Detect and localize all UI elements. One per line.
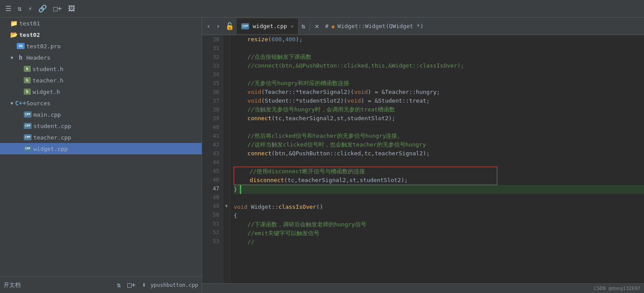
code-text: //当触发无参信号hungry时，会调用无参的treat槽函数	[234, 105, 395, 114]
link-icon[interactable]: 🔗	[36, 4, 49, 14]
h-file-icon: h	[24, 89, 31, 95]
code-text	[234, 149, 247, 158]
sidebar-item-widget-cpp[interactable]: CPP widget.cpp	[0, 143, 202, 154]
code-text: ()	[316, 203, 323, 211]
sidebar-item-teacher-cpp[interactable]: CPP teacher.cpp	[0, 132, 202, 143]
top-toolbar: ☰ ⇅ ⚡ 🔗 □+ 🖼	[0, 0, 644, 18]
code-line-37: void(Student::*studentSlot2)(void) = &St…	[234, 96, 644, 105]
fold-empty	[223, 114, 230, 123]
sidebar-item-label: test01	[19, 20, 40, 27]
line-num-38: 38	[202, 105, 219, 114]
sidebar-item-label: widget.h	[33, 89, 60, 95]
code-line-36: void(Teacher::*teacherSignal2)(void) = &…	[234, 88, 644, 96]
code-text: (tc,teacherSignal2,st,studentSlot2);	[284, 176, 408, 185]
filter-icon[interactable]: ⚡	[26, 4, 34, 14]
code-text: ,	[282, 35, 286, 44]
sort-icon-bottom[interactable]: ⇅	[115, 280, 123, 290]
cursor-indicator	[240, 185, 241, 194]
sidebar-item-main-cpp[interactable]: CPP main.cpp	[0, 109, 202, 120]
sidebar-item-student-cpp[interactable]: CPP student.cpp	[0, 120, 202, 132]
sidebar-item-label: teacher.h	[33, 77, 63, 84]
status-user: CSDN @dong132697	[594, 286, 640, 291]
sources-folder-icon: C++	[17, 100, 25, 107]
menu-icon[interactable]: ☰	[4, 4, 13, 14]
code-text: connect	[247, 114, 271, 123]
line-num-33: 33	[202, 61, 219, 70]
fold-empty	[223, 219, 230, 228]
line-num-32: 32	[202, 53, 219, 61]
code-line-50: {	[234, 211, 644, 220]
fold-empty	[223, 167, 230, 175]
code-text: void	[354, 88, 368, 96]
sidebar-item-teacher-h[interactable]: h teacher.h	[0, 75, 202, 86]
code-text: //无参信号hungry和对应的槽函数连接	[234, 79, 349, 88]
sidebar-item-widget-h[interactable]: h widget.h	[0, 86, 202, 97]
code-text: (Teacher::*teacherSignal2)(	[261, 88, 354, 96]
h-file-icon: h	[24, 66, 31, 72]
folder-open-icon: 📂	[10, 31, 18, 38]
line-num-45: 45	[202, 167, 219, 175]
sidebar-bottom-bar: 开文档 ⇅ □+ ⬇ ypushbutton.cpp	[0, 276, 202, 293]
sidebar-item-label: test02	[19, 32, 40, 38]
code-text: 600	[271, 35, 282, 44]
code-content[interactable]: resize(600,400); //点击按钮触发下课函数 //connect(…	[230, 35, 644, 283]
fold-empty	[223, 105, 230, 114]
line-num-41: 41	[202, 132, 219, 140]
sidebar-item-label: student.cpp	[33, 123, 71, 129]
code-text: //下课函数，调研后会触发老师的hungry信号	[234, 220, 366, 229]
code-text: //这样当触发clicked信号时，也会触发teacher的无参信号hungry	[234, 140, 426, 149]
sidebar-item-test01[interactable]: 📁 test01	[0, 18, 202, 29]
sidebar-item-test02[interactable]: 📂 test02	[0, 29, 202, 40]
code-line-33: //connect(btn,&QPushButton::clicked,this…	[234, 61, 644, 70]
code-text: void	[234, 203, 247, 211]
line-num-44: 44	[202, 158, 219, 167]
up-down-icon[interactable]: ⇅	[299, 20, 308, 32]
tab-widget-cpp[interactable]: CPP widget.cpp ✕	[237, 18, 299, 34]
fold-btn-49[interactable]: ▼	[223, 202, 230, 211]
fold-empty	[223, 61, 230, 70]
close-tab-icon[interactable]: ✕	[312, 20, 322, 32]
code-line-51: //下课函数，调研后会触发老师的hungry信号	[234, 220, 644, 229]
fold-empty	[223, 44, 230, 53]
code-editor[interactable]: 30 31 32 33 34 35 36 37 38 39 40 41 42 4…	[202, 35, 644, 283]
fold-area: ▼	[223, 35, 230, 283]
main-area: 📁 test01 📂 test02 QQ test02.pro ▼ h Head…	[0, 18, 644, 293]
fold-empty	[223, 211, 230, 219]
fold-empty	[223, 193, 230, 202]
cpp-file-icon: CPP	[24, 146, 32, 152]
image-icon[interactable]: 🖼	[66, 4, 77, 14]
code-line-48	[234, 194, 644, 203]
fold-empty	[223, 123, 230, 132]
code-text: (tc,teacherSignal2,st,studentSlot2);	[271, 114, 395, 123]
red-box-highlight: //使用disconnect断开信号与槽函数的连接 disconnect(tc,…	[234, 167, 497, 185]
lock-icon[interactable]: 🔓	[223, 20, 237, 32]
sidebar-item-test02pro[interactable]: QQ test02.pro	[0, 40, 202, 52]
sidebar-item-label: main.cpp	[33, 111, 61, 118]
fold-empty	[223, 228, 230, 237]
code-line-30: resize(600,400);	[234, 35, 644, 44]
sidebar-item-headers[interactable]: ▼ h Headers	[0, 52, 202, 63]
tab-next-button[interactable]: ›	[213, 20, 223, 32]
sidebar-item-student-h[interactable]: h student.h	[0, 63, 202, 75]
code-text: {	[234, 211, 237, 220]
breadcrumb-function: Widget::Widget(QWidget *)	[337, 23, 423, 29]
add-file-icon[interactable]: □+	[51, 4, 63, 14]
tab-prev-button[interactable]: ‹	[204, 20, 213, 32]
tab-label: widget.cpp	[253, 23, 287, 29]
add-file-bottom-icon[interactable]: □+	[126, 280, 137, 290]
code-text: connect	[247, 149, 271, 158]
download-icon[interactable]: ⬇	[140, 280, 148, 290]
code-line-49: void Widget::classIsOver()	[234, 203, 644, 211]
code-text: void	[347, 96, 361, 105]
line-num-31: 31	[202, 44, 219, 53]
line-num-39: 39	[202, 114, 219, 123]
open-file-label: ypushbutton.cpp	[151, 282, 198, 288]
fold-empty	[223, 53, 230, 61]
code-text	[234, 114, 247, 123]
line-num-46: 46	[202, 175, 219, 184]
sort-icon[interactable]: ⇅	[16, 4, 24, 14]
tab-close-button[interactable]: ✕	[291, 23, 294, 29]
code-text	[234, 88, 247, 96]
code-text: (btn,&QPushButton::clicked,tc,teacherSig…	[271, 149, 430, 158]
sidebar-item-sources[interactable]: ▼ C++ Sources	[0, 97, 202, 109]
